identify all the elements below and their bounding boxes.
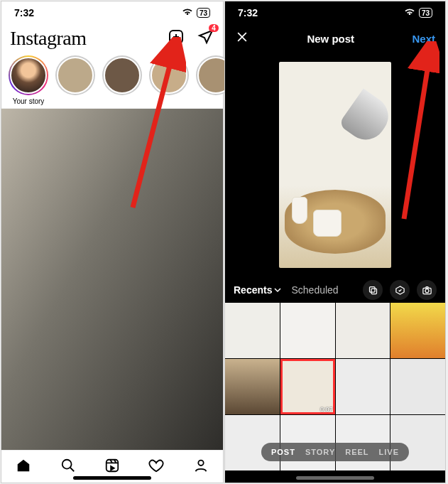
status-bar: 7:32 73: [1, 1, 223, 24]
gallery-item[interactable]: [225, 303, 280, 358]
boomerang-icon[interactable]: [390, 280, 410, 300]
next-button[interactable]: Next: [412, 33, 435, 45]
story-your-story[interactable]: Your story: [9, 55, 48, 105]
mode-post[interactable]: POST: [271, 448, 295, 456]
dm-unread-badge: 4: [209, 24, 219, 32]
new-post-icon[interactable]: [168, 28, 185, 48]
status-bar: 7:32 73: [225, 1, 445, 24]
stories-tray[interactable]: Your story: [1, 51, 223, 109]
wifi-icon: [404, 7, 415, 18]
status-time: 7:32: [238, 7, 258, 18]
battery-indicator: 73: [419, 8, 432, 18]
close-icon[interactable]: [235, 30, 249, 47]
svg-point-9: [425, 289, 429, 292]
mode-reel[interactable]: REEL: [345, 448, 368, 456]
svg-rect-5: [369, 286, 375, 292]
gallery-item[interactable]: [225, 359, 280, 414]
story-label: Your story: [13, 97, 45, 105]
camera-icon[interactable]: [417, 280, 437, 300]
feed-post-image[interactable]: [1, 109, 223, 450]
gallery-source-bar: Recents Scheduled: [225, 277, 445, 303]
new-post-header: New post Next: [225, 24, 445, 53]
status-time: 7:32: [14, 7, 34, 18]
chevron-down-icon: [274, 286, 281, 294]
gallery-item[interactable]: [280, 303, 335, 358]
direct-messages-icon[interactable]: 4: [197, 28, 214, 48]
svg-rect-6: [371, 289, 377, 294]
album-picker[interactable]: Recents: [234, 284, 281, 296]
mode-live[interactable]: LIVE: [379, 448, 399, 456]
wifi-icon: [182, 7, 193, 18]
post-mode-switcher[interactable]: POST STORY REEL LIVE: [261, 443, 409, 461]
gallery-item[interactable]: [390, 303, 445, 358]
mode-story[interactable]: STORY: [305, 448, 335, 456]
gallery-item[interactable]: [336, 303, 390, 358]
selected-media-preview[interactable]: [225, 53, 445, 277]
gallery-item[interactable]: [390, 359, 445, 414]
story-item[interactable]: [55, 55, 95, 105]
feed-header: Instagram 4: [1, 24, 223, 51]
story-item[interactable]: [149, 55, 189, 105]
new-post-screen: 7:32 73 New post Next Recents Sched: [224, 1, 446, 483]
gallery-item[interactable]: [336, 359, 390, 414]
tab-scheduled[interactable]: Scheduled: [291, 284, 338, 296]
nav-search-icon[interactable]: [60, 458, 76, 476]
home-indicator: [296, 476, 374, 480]
multi-select-icon[interactable]: [363, 280, 383, 300]
story-item[interactable]: [102, 55, 142, 105]
nav-activity-icon[interactable]: [148, 458, 164, 476]
instagram-logo: Instagram: [10, 27, 86, 50]
svg-point-1: [62, 459, 71, 468]
gallery-item-selected[interactable]: 0:07: [280, 359, 335, 414]
nav-reels-icon[interactable]: [104, 458, 120, 476]
video-duration: 0:07: [320, 406, 333, 413]
battery-indicator: 73: [197, 8, 210, 18]
nav-profile-icon[interactable]: [193, 458, 209, 476]
nav-home-icon[interactable]: [16, 458, 31, 476]
page-title: New post: [307, 33, 354, 45]
svg-point-3: [198, 460, 203, 465]
instagram-feed-screen: 7:32 73 Instagram 4 Your story: [1, 1, 224, 483]
home-indicator: [73, 476, 151, 480]
